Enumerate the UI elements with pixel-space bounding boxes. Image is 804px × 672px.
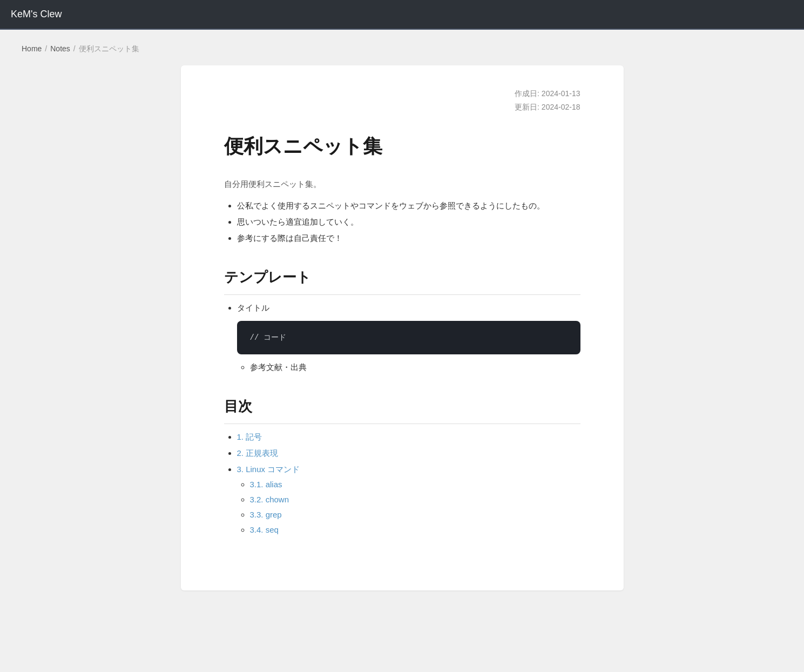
toc-sub-list: 3.1. alias 3.2. chown 3.3. grep 3.4. seq	[237, 478, 580, 536]
toc-item-2: 2. 正規表現	[237, 447, 580, 460]
toc-heading: 目次	[224, 395, 580, 424]
toc-section: 目次 1. 記号 2. 正規表現 3. Linux コマンド 3.1. alia…	[224, 395, 580, 536]
breadcrumb-notes[interactable]: Notes	[50, 43, 70, 55]
template-heading: テンプレート	[224, 266, 580, 295]
toc-sub-link-33[interactable]: 3.3. grep	[250, 510, 282, 519]
toc-link-1[interactable]: 1. 記号	[237, 432, 262, 441]
breadcrumb-current: 便利スニペット集	[79, 43, 139, 55]
intro-list-item: 思いついたら適宜追加していく。	[237, 216, 580, 229]
toc-link-2[interactable]: 2. 正規表現	[237, 448, 279, 458]
breadcrumb-sep1: /	[45, 43, 47, 55]
site-title: KeM's Clew	[11, 9, 62, 19]
template-title-item: タイトル	[237, 301, 580, 314]
breadcrumb: Home / Notes / 便利スニペット集	[22, 43, 782, 55]
toc-sub-item-34: 3.4. seq	[250, 523, 580, 536]
created-date: 作成日: 2024-01-13	[224, 87, 580, 100]
breadcrumb-sep2: /	[73, 43, 76, 55]
toc-sub-link-32[interactable]: 3.2. chown	[250, 495, 289, 504]
intro-text: 自分用便利スニペット集。	[224, 178, 580, 191]
meta-info: 作成日: 2024-01-13 更新日: 2024-02-18	[224, 87, 580, 114]
toc-list: 1. 記号 2. 正規表現 3. Linux コマンド 3.1. alias 3…	[224, 431, 580, 536]
content-card: 作成日: 2024-01-13 更新日: 2024-02-18 便利スニペット集…	[181, 65, 624, 590]
toc-item-1: 1. 記号	[237, 431, 580, 443]
template-sub-list: 参考文献・出典	[224, 361, 580, 374]
page-title: 便利スニペット集	[224, 131, 580, 162]
intro-list-item: 参考にする際は自己責任で！	[237, 232, 580, 245]
toc-item-3: 3. Linux コマンド 3.1. alias 3.2. chown 3.3.…	[237, 463, 580, 536]
toc-sub-link-34[interactable]: 3.4. seq	[250, 525, 279, 534]
code-block: // コード	[237, 321, 580, 354]
intro-list-item: 公私でよく使用するスニペットやコマンドをウェブから参照できるようにしたもの。	[237, 199, 580, 212]
toc-sub-item-33: 3.3. grep	[250, 508, 580, 521]
main-wrapper: Home / Notes / 便利スニペット集 作成日: 2024-01-13 …	[0, 30, 804, 603]
toc-sub-link-31[interactable]: 3.1. alias	[250, 480, 282, 489]
toc-sub-item-32: 3.2. chown	[250, 493, 580, 506]
intro-list: 公私でよく使用するスニペットやコマンドをウェブから参照できるようにしたもの。 思…	[224, 199, 580, 245]
toc-link-3[interactable]: 3. Linux コマンド	[237, 465, 300, 474]
toc-sub-item-31: 3.1. alias	[250, 478, 580, 491]
updated-date: 更新日: 2024-02-18	[224, 100, 580, 114]
site-header: KeM's Clew	[0, 0, 804, 30]
template-sub-item: 参考文献・出典	[250, 361, 580, 374]
breadcrumb-home[interactable]: Home	[22, 43, 42, 55]
template-list: タイトル	[224, 301, 580, 314]
template-section: テンプレート タイトル // コード 参考文献・出典	[224, 266, 580, 374]
